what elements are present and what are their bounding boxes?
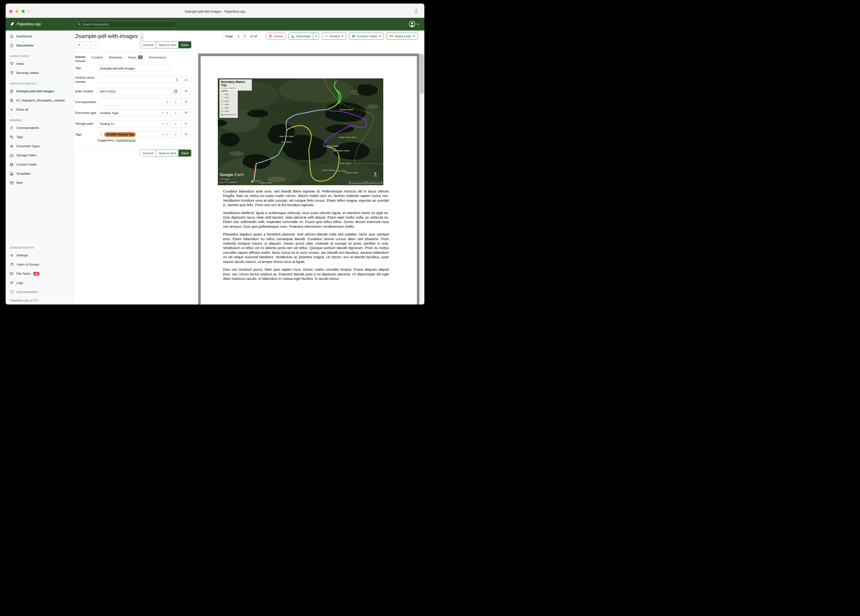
- sidebar-item-correspondents[interactable]: Correspondents: [6, 123, 74, 132]
- page-spinner[interactable]: ▲▼: [243, 34, 246, 39]
- correspondent-filter-button[interactable]: [181, 99, 191, 106]
- zoom-window-button[interactable]: [22, 10, 25, 13]
- tags-select[interactable]: ✕ Another Sample Tag ✕: [97, 131, 171, 138]
- clear-icon[interactable]: ✕: [162, 111, 164, 115]
- pdf-page: Boundary Waters Trip Six days in BWCA Le…: [201, 56, 417, 305]
- save-button[interactable]: Save: [178, 41, 191, 48]
- pdf-paragraph: Curabitur bibendum ante urna, sed blandi…: [223, 189, 389, 207]
- scrollbar-thumb[interactable]: [420, 54, 424, 94]
- clear-icon[interactable]: ✕: [162, 122, 164, 126]
- download-button[interactable]: Download: [289, 33, 313, 40]
- brand[interactable]: Paperless-ngx: [6, 22, 41, 27]
- date-created-input[interactable]: [100, 90, 168, 93]
- search-bar[interactable]: [75, 21, 176, 28]
- tab-metadata[interactable]: Metadata: [109, 55, 122, 61]
- minimize-window-button[interactable]: [16, 10, 19, 13]
- remove-tag-icon[interactable]: ✕: [100, 133, 102, 137]
- save-and-next-button-bottom[interactable]: Save & next: [156, 149, 179, 157]
- storage-path-filter-button[interactable]: [181, 120, 191, 127]
- sidebar-open-doc-current[interactable]: 2sample-pdf-with-images: [6, 86, 74, 96]
- storage-path-select[interactable]: Testing 12 ✕: [97, 120, 171, 127]
- sidebar-open-doc-2[interactable]: H7_Napoleon_Bonaparte_zadanie: [6, 96, 74, 105]
- asn-plus-one-button[interactable]: +1: [181, 76, 191, 83]
- save-button-group-bottom: Discard Save & next Save: [140, 149, 191, 157]
- sidebar-item-dashboard[interactable]: Dashboard: [6, 32, 74, 41]
- document-icon: [10, 44, 14, 47]
- document-text-icon: [10, 90, 13, 93]
- close-document-button[interactable]: ✕: [75, 41, 83, 48]
- add-tag-button[interactable]: +: [170, 131, 181, 138]
- delete-button[interactable]: Delete: [266, 33, 286, 40]
- collapse-sidebar-button[interactable]: «: [140, 32, 144, 42]
- envelope-icon: [10, 181, 14, 184]
- title-field-label: Title: [75, 66, 97, 71]
- calendar-button[interactable]: [170, 88, 181, 95]
- asn-field-label: Archive serial number: [75, 75, 97, 84]
- discard-button[interactable]: Discard: [140, 41, 156, 48]
- sidebar-item-settings[interactable]: Settings: [6, 251, 74, 260]
- discard-button-bottom[interactable]: Discard: [140, 149, 156, 157]
- download-menu-button[interactable]: [313, 33, 319, 40]
- document-type-select[interactable]: Another Type ✕: [97, 109, 171, 116]
- pdf-paragraph: Phasellus dapibus quam a hendrerit place…: [223, 232, 389, 264]
- page-number-field[interactable]: ▲▼: [235, 33, 248, 39]
- asn-input[interactable]: [100, 78, 175, 82]
- document-type-filter-button[interactable]: [181, 109, 191, 116]
- sidebar-close-all[interactable]: Close all: [6, 105, 74, 114]
- tags-filter-button[interactable]: [181, 131, 191, 138]
- asn-spinner[interactable]: ▲▼: [175, 77, 179, 82]
- clear-icon[interactable]: ✕: [162, 133, 164, 137]
- custom-fields-icon: [10, 163, 14, 167]
- map-text-annotation: Text: [300, 162, 307, 166]
- satellite-map: [218, 79, 383, 185]
- correspondent-select[interactable]: [97, 99, 171, 106]
- chevron-down-icon: [342, 36, 344, 37]
- tab-details[interactable]: Details: [75, 55, 85, 61]
- pdf-preview-pane[interactable]: Boundary Waters Trip Six days in BWCA Le…: [198, 53, 424, 305]
- sidebar-item-logs[interactable]: Logs: [6, 278, 74, 288]
- sidebar-item-mail[interactable]: Mail: [6, 178, 74, 187]
- sidebar-item-tags[interactable]: Tags: [6, 132, 74, 141]
- tab-permissions[interactable]: Permissions: [149, 55, 166, 61]
- save-button-bottom[interactable]: Save: [178, 149, 191, 157]
- tab-content[interactable]: Content: [91, 55, 103, 61]
- actions-button[interactable]: Actions: [322, 33, 346, 40]
- search-input[interactable]: [82, 22, 174, 26]
- share-links-button[interactable]: Share Links: [386, 33, 418, 40]
- add-correspondent-button[interactable]: +: [170, 99, 181, 106]
- map-label: Charlies Island: [259, 182, 272, 184]
- next-document-button[interactable]: →: [91, 41, 99, 48]
- date-filter-button[interactable]: [181, 88, 191, 95]
- avatar-icon: [409, 21, 416, 27]
- sidebar-item-recently-added[interactable]: Recently Added: [6, 68, 74, 77]
- custom-fields-button[interactable]: Custom Fields: [349, 33, 383, 40]
- previous-document-button[interactable]: ←: [83, 41, 91, 48]
- share-icon[interactable]: [414, 9, 418, 13]
- sidebar: Dashboard Documents SAVED VIEWS Inbox Re…: [6, 31, 74, 305]
- sidebar-item-document-types[interactable]: Document Types: [6, 141, 74, 151]
- sidebar-item-users-groups[interactable]: Users & Groups: [6, 260, 74, 269]
- sidebar-item-documentation[interactable]: Documentation: [6, 288, 74, 297]
- page-number-input[interactable]: [238, 35, 242, 38]
- sidebar-item-documents[interactable]: Documents: [6, 41, 74, 50]
- sidebar-item-custom-fields[interactable]: Custom Fields: [6, 160, 74, 169]
- add-storage-path-button[interactable]: +: [170, 120, 181, 127]
- track-icon: [221, 103, 223, 105]
- sidebar-item-storage-paths[interactable]: Storage Paths: [6, 151, 74, 160]
- tag-chip[interactable]: Another Sample Tag: [104, 132, 136, 137]
- sidebar-item-file-tasks[interactable]: File Tasks 16: [6, 269, 74, 278]
- user-menu[interactable]: [409, 21, 419, 27]
- preview-scrollbar[interactable]: [419, 53, 424, 305]
- sidebar-item-inbox[interactable]: Inbox: [6, 59, 74, 68]
- legend-item: Day 6: [221, 110, 236, 113]
- title-input[interactable]: [100, 67, 168, 70]
- add-document-type-button[interactable]: +: [170, 109, 181, 116]
- close-window-button[interactable]: [9, 10, 13, 13]
- tab-notes[interactable]: Notes1: [128, 55, 143, 61]
- map-title: Boundary Waters Trip: [221, 80, 250, 87]
- browser-back-button[interactable]: ‹: [28, 9, 30, 14]
- browser-forward-button[interactable]: ›: [34, 9, 36, 14]
- tag-suggestion-link[interactable]: TagWithPartial: [116, 138, 136, 142]
- save-and-next-button[interactable]: Save & next: [156, 41, 179, 48]
- sidebar-item-templates[interactable]: Templates: [6, 169, 74, 178]
